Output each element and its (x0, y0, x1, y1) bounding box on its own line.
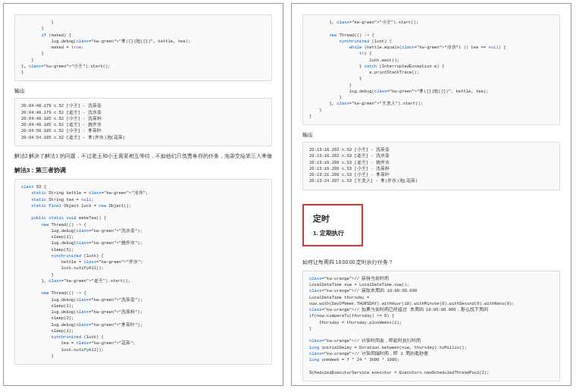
code-block-3: }, class="kw-green">"小王").start(); new T… (302, 14, 560, 125)
output-label: 输出 (14, 87, 272, 95)
page-left: } } if (maked) { log.debug(class="kw-gre… (3, 3, 283, 386)
callout-timer: 定时 1. 定期执行 (302, 204, 363, 246)
page-right: }, class="kw-green">"小王").start(); new T… (291, 3, 571, 386)
paragraph-2: 如何让每周四 18:00:00 定时执行任务？ (302, 259, 560, 266)
output-block-2: 20:13:18.202 c.S3 [小王] - 洗茶壶 20:13:18.20… (302, 142, 560, 190)
code-block-1: } } if (maked) { log.debug(class="kw-gre… (14, 14, 272, 81)
callout-title: 定时 (313, 213, 352, 224)
code-block-4: class="kw-orange">// 获得当前时间 LocalDateTim… (302, 271, 560, 381)
output-label-2: 输出 (302, 131, 560, 139)
code-block-2: class S3 { static String kettle = class=… (14, 179, 272, 365)
paragraph-1: 解法2 解决了解法1 的问题，不过老王和小王需要相互等待，不如他们只负责各自的任… (14, 152, 272, 160)
callout-subtitle: 1. 定期执行 (313, 229, 352, 237)
output-block-1: 20:04:48.179 c.S2 [小王] - 洗茶壶 20:04:48.17… (14, 98, 272, 146)
heading-solution3: 解法3：第三者协调 (14, 166, 272, 174)
